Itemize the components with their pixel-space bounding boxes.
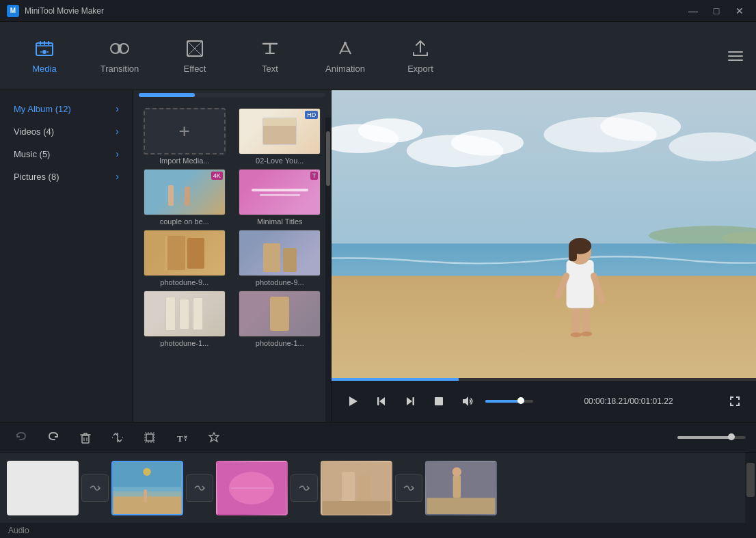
media-thumb-pd1-img[interactable] [144,230,226,276]
media-thumb-pd1[interactable]: photodune-9... [139,230,230,286]
timeline: Audio [0,453,756,538]
main-content: My Album (12) › Videos (4) › Music (5) ›… [0,90,756,422]
media-thumb-couple[interactable]: 4K couple on be... [139,169,230,226]
clip-5-scene [427,462,496,514]
fullscreen-button[interactable] [724,390,746,412]
svg-point-14 [669,132,756,161]
transition-arrow-icon-4 [402,481,416,495]
clip-4-inner [322,462,391,514]
svg-point-9 [358,118,422,142]
audio-label-text: Audio [8,526,29,535]
svg-rect-40 [146,434,153,441]
titlebar-left: M MiniTool Movie Maker [7,5,104,17]
timeline-transition-3[interactable] [291,474,318,502]
media-thumb-love-img[interactable]: HD [239,108,321,154]
timeline-track[interactable] [0,453,756,523]
import-media-button[interactable]: + [144,108,226,154]
playback-controls: 00:00:18.21/00:01:01.22 [332,381,756,422]
redo-button[interactable] [42,427,64,448]
video-progress-track[interactable] [332,378,756,381]
chevron-right-icon-3: › [116,148,119,159]
media-thumb-pd2[interactable]: photodune-9... [234,230,326,286]
sticker-button[interactable] [203,427,225,448]
undo-icon [14,431,28,444]
text-tool-button[interactable]: T [171,427,193,448]
media-thumb-minimal-img[interactable]: T [239,169,321,215]
media-thumb-couple-img[interactable]: 4K [144,169,226,215]
next-frame-button[interactable] [399,390,421,412]
toolbar-item-export[interactable]: Export [383,25,458,87]
stop-button[interactable] [428,390,450,412]
delete-button[interactable] [75,427,96,448]
zoom-slider[interactable] [677,436,746,439]
clip-4-scene [322,462,391,514]
minimize-button[interactable]: — [684,4,703,18]
text-icon [259,38,281,59]
clip-3-scene [217,462,286,514]
media-thumb-pd4-img[interactable] [239,291,321,337]
timeline-transition-2[interactable] [186,474,213,502]
library-item-music[interactable]: Music (5) › [3,143,130,165]
prev-frame-button[interactable] [370,390,392,412]
toolbar-item-media[interactable]: Media [7,25,82,87]
svg-point-26 [570,332,582,337]
clip-5-inner [427,462,496,514]
zoom-fill [677,436,732,439]
toolbar-item-transition[interactable]: Transition [82,25,157,87]
media-thumb-pd2-img[interactable] [239,230,321,276]
svg-marker-35 [463,396,468,406]
svg-point-27 [581,332,593,336]
volume-button[interactable] [457,390,478,412]
timeline-clip-5[interactable] [425,461,497,515]
media-thumb-pd3-img[interactable] [144,291,226,337]
media-thumb-minimal[interactable]: T Minimal Titles [234,169,326,226]
hamburger-line-2 [728,55,743,57]
media-thumb-love[interactable]: HD 02-Love You... [234,108,326,165]
toolbar-item-effect[interactable]: Effect [157,25,232,87]
undo-button[interactable] [10,427,32,448]
toolbar-item-text[interactable]: Text [232,25,308,87]
timeline-clip-1[interactable] [7,461,79,515]
clip-2-scene [113,462,182,514]
svg-marker-30 [379,397,385,405]
close-button[interactable]: ✕ [730,4,749,18]
transition-arrow-icon-2 [193,481,206,495]
library-item-videos[interactable]: Videos (4) › [3,120,130,142]
toolbar-item-animation[interactable]: Animation [308,25,383,87]
timeline-scroll-thumb[interactable] [746,463,755,497]
timeline-scrollbar[interactable] [745,453,756,523]
maximize-button[interactable]: □ [707,4,726,18]
play-button[interactable] [342,390,364,412]
effect-icon [184,38,206,59]
crop-icon [143,431,157,444]
media-thumb-pd3[interactable]: photodune-1... [139,291,230,347]
text-tool-icon: T [175,431,189,444]
split-button[interactable] [107,427,129,448]
volume-fill [485,400,522,403]
library-item-pictures[interactable]: Pictures (8) › [3,165,130,187]
timeline-clip-3[interactable] [216,461,288,515]
hamburger-menu-button[interactable] [722,42,749,70]
preview-panel: 00:00:18.21/00:01:01.22 [332,90,756,422]
crop-button[interactable] [139,427,161,448]
timeline-clip-2[interactable] [111,461,183,515]
media-scrollbar-track[interactable] [325,118,331,422]
video-preview [332,90,756,381]
library-item-album[interactable]: My Album (12) › [3,98,130,120]
import-media-thumb[interactable]: + Import Media... [139,108,230,165]
media-scrollbar-thumb[interactable] [326,131,330,186]
svg-point-13 [600,112,681,142]
svg-rect-48 [144,489,147,502]
prev-frame-icon [375,395,388,407]
media-thumb-pd4[interactable]: photodune-1... [234,291,326,347]
toolbar-export-label: Export [407,64,433,74]
timeline-clip-4[interactable] [321,461,392,515]
timeline-transition-1[interactable] [81,474,109,502]
media-grid-scroll[interactable]: + Import Media... HD [133,103,331,422]
time-display: 00:00:18.21/00:01:01.22 [540,396,717,406]
timeline-transition-4[interactable] [395,474,422,502]
clip-2-inner [113,462,182,514]
svg-rect-25 [569,245,577,262]
clip-1-inner [8,462,77,514]
volume-slider[interactable] [485,400,533,403]
